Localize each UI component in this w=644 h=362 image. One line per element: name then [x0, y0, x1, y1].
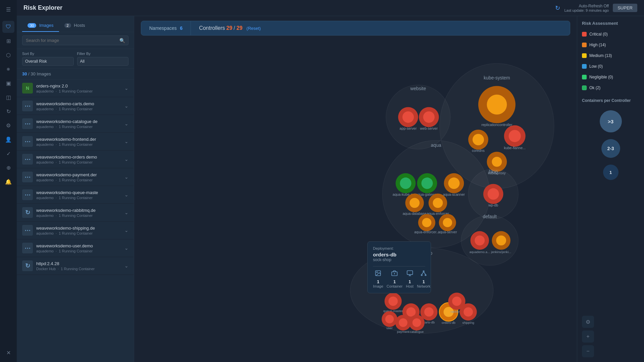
- reset-link[interactable]: (Reset): [247, 26, 261, 31]
- node-label: user: [386, 326, 393, 330]
- svg-line-11: [422, 272, 424, 275]
- nav-settings-icon[interactable]: ⚙: [2, 119, 14, 131]
- risk-item-low[interactable]: Low (0): [582, 63, 639, 70]
- node-inner: [488, 188, 499, 200]
- nav-logout-icon[interactable]: ✕: [2, 347, 14, 359]
- item-info: weaveworksdemo-rabbitmq.de aquademo · 1 …: [36, 208, 121, 218]
- list-item[interactable]: ⋯ weaveworksdemo-user.demo aquademo · 1 …: [17, 239, 134, 257]
- controllers-total: 29: [236, 25, 243, 31]
- header-right: ↻ Auto-Refresh Off Last update: 9 minute…: [555, 4, 637, 12]
- container-bubble-gt3[interactable]: >3: [600, 110, 622, 132]
- list-item[interactable]: ⋯ weaveworksdemo-orders demo aquademo · …: [17, 150, 134, 168]
- super-button[interactable]: SUPER: [613, 4, 637, 12]
- sort-label: Sort By: [22, 52, 74, 56]
- risk-item-high[interactable]: High (14): [582, 41, 639, 49]
- list-item[interactable]: ↻ httpd:2.4.28 Docker Hub · 1 Running Co…: [17, 257, 134, 275]
- controllers-section: Controllers 29 / 29 (Reset): [191, 21, 570, 35]
- risk-item-ok[interactable]: Ok (2): [582, 84, 639, 92]
- stat-network: 1 Network: [417, 270, 430, 288]
- risk-label-low: Low (0): [589, 64, 603, 69]
- search-input[interactable]: [22, 36, 128, 45]
- ns-label-blog: blog: [489, 169, 498, 174]
- item-sub: aquademo · 1 Running Container: [36, 107, 121, 111]
- list-item[interactable]: ⋯ weaveworksdemo-carts.demo aquademo · 1…: [17, 97, 134, 115]
- stat-container-number: 1: [393, 279, 396, 284]
- auto-refresh-label: Auto-Refresh Off: [564, 4, 609, 8]
- add-icon[interactable]: +: [582, 330, 594, 343]
- risk-dot-critical: [582, 32, 587, 37]
- node-inner: [443, 218, 452, 227]
- risk-item-medium[interactable]: Medium (13): [582, 52, 639, 59]
- ns-label-default: default: [483, 214, 497, 219]
- node-inner: [452, 297, 462, 306]
- refresh-icon[interactable]: ↻: [555, 4, 560, 12]
- viz-svg: kube-system replicationcontroller coredn…: [134, 40, 577, 362]
- item-icon-n: N: [22, 83, 33, 94]
- list-item[interactable]: ⋯ weaveworksdemo-payment.der aquademo · …: [17, 168, 134, 186]
- images-label: Images: [39, 23, 54, 28]
- search-wrapper: 🔍: [22, 36, 128, 45]
- nav-compliance-icon[interactable]: ✓: [2, 147, 14, 160]
- item-icon-wave: ⋯: [22, 243, 33, 253]
- nav-workloads-icon[interactable]: ⬡: [2, 49, 14, 61]
- item-info: httpd:2.4.28 Docker Hub · 1 Running Cont…: [36, 261, 121, 271]
- risk-item-negligible[interactable]: Negligible (0): [582, 73, 639, 81]
- item-sub: aquademo · 1 Running Container: [36, 160, 121, 164]
- item-name: weaveworksdemo-shipping.de: [36, 226, 121, 231]
- item-sub: aquademo · 1 Running Container: [36, 196, 121, 200]
- nav-risk-icon[interactable]: 🛡: [2, 21, 14, 33]
- risk-dot-low: [582, 64, 587, 69]
- node-inner: [475, 235, 485, 245]
- node-inner: [473, 134, 484, 145]
- risk-label-critical: Critical (0): [589, 32, 608, 37]
- summary-label: Images: [37, 71, 51, 76]
- sort-select[interactable]: Overall Risk: [22, 57, 74, 66]
- nav-containers-icon[interactable]: ◫: [2, 91, 14, 103]
- ns-label-kube-system: kube-system: [484, 75, 510, 80]
- nav-scan-icon[interactable]: ⊕: [2, 162, 14, 174]
- panel-summary: 30 / 30 Images: [17, 69, 134, 79]
- left-nav: ☰ 🛡 ⊞ ⬡ ⎈ ▣ ◫ ↻ ⚙ 👤 ✓ ⊕ 🔔 ✕: [0, 0, 17, 362]
- item-sub: aquademo · 1 Running Container: [36, 178, 121, 182]
- minus-icon[interactable]: −: [582, 345, 594, 357]
- list-item[interactable]: ⋯ weaveworksdemo-queue-maste aquademo · …: [17, 186, 134, 204]
- nav-network-icon[interactable]: ⎈: [2, 63, 14, 75]
- settings-icon[interactable]: ⚙: [582, 316, 594, 328]
- nav-images-icon[interactable]: ▣: [2, 77, 14, 89]
- stat-host: 1 Host: [406, 270, 414, 288]
- risk-item-critical[interactable]: Critical (0): [582, 31, 639, 38]
- item-sub: aquademo · 1 Running Container: [36, 125, 121, 129]
- filter-select[interactable]: All: [77, 57, 129, 66]
- node-label: web-server: [420, 126, 438, 130]
- item-name: weaveworksdemo-orders demo: [36, 155, 121, 160]
- nav-dashboard-icon[interactable]: ⊞: [2, 35, 14, 47]
- item-sub: aquademo · 1 Running Container: [36, 214, 121, 218]
- left-panel: 30 Images 2 Hosts 🔍 Sort By Ove: [17, 16, 134, 362]
- svg-rect-5: [407, 271, 413, 275]
- nav-ci-icon[interactable]: ↻: [2, 105, 14, 117]
- menu-icon[interactable]: ☰: [2, 3, 14, 15]
- list-item[interactable]: ⋯ weaveworksdemo-shipping.de aquademo · …: [17, 222, 134, 239]
- list-item[interactable]: ⋯ weaveworksdemo-frontend.der aquademo ·…: [17, 133, 134, 150]
- chevron-icon: ⌄: [124, 210, 128, 215]
- list-item[interactable]: N orders-nginx 2.0 aquademo · 1 Running …: [17, 79, 134, 97]
- item-info: weaveworksdemo-frontend.der aquademo · 1…: [36, 137, 121, 146]
- item-name: httpd:2.4.28: [36, 261, 121, 266]
- tab-images[interactable]: 30 Images: [22, 20, 59, 32]
- node-label: aquademo.a...: [469, 250, 490, 254]
- container-bubble-1[interactable]: 1: [603, 165, 619, 180]
- nav-users-icon[interactable]: 👤: [2, 133, 14, 145]
- nav-alerts-icon[interactable]: 🔔: [2, 176, 14, 188]
- tab-hosts[interactable]: 2 Hosts: [59, 20, 91, 32]
- stat-host-number: 1: [409, 279, 411, 284]
- viz-area: kube-system replicationcontroller coredn…: [134, 40, 577, 362]
- list-item[interactable]: ↻ weaveworksdemo-rabbitmq.de aquademo · …: [17, 204, 134, 222]
- node-inner: [402, 111, 414, 123]
- node-inner: [410, 198, 420, 208]
- item-info: weaveworksdemo-queue-maste aquademo · 1 …: [36, 190, 121, 200]
- container-bubble-2-3[interactable]: 2-3: [601, 139, 620, 158]
- panel-tabs: 30 Images 2 Hosts: [17, 16, 134, 32]
- hosts-count: 2: [64, 23, 71, 28]
- hosts-label: Hosts: [74, 23, 85, 28]
- list-item[interactable]: ⋯ weaveworksdemo-catalogue de aquademo ·…: [17, 115, 134, 133]
